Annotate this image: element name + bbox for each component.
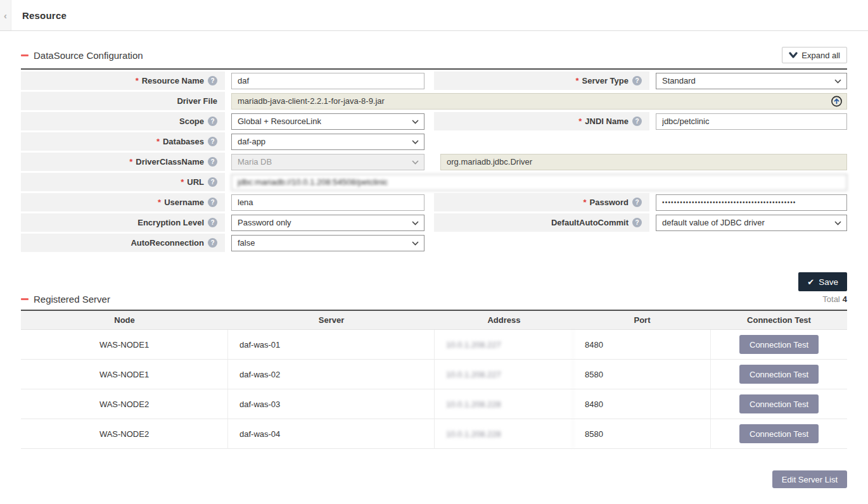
defaultautocommit-field-cell: default value of JDBC driver [649,213,847,232]
datasource-section-title: DataSource Configuration [34,50,143,61]
address-cell: 10.0.1.208.228 [435,389,573,419]
databases-select[interactable]: daf-app [231,134,424,150]
back-button[interactable]: ‹ [0,0,11,30]
driverclassname-label-cell: * DriverClassName ? [21,153,225,171]
datasource-form: * Resource Name ? * Server Type ? Standa… [21,70,847,252]
encryption-level-select[interactable]: Password only [231,215,424,231]
required-asterisk: * [136,76,139,85]
defaultautocommit-label-cell: DefaultAutoCommit ? [434,213,649,232]
help-icon[interactable]: ? [208,137,217,146]
defaultautocommit-select[interactable]: default value of JDBC driver [656,215,847,231]
scope-label-cell: Scope ? [21,112,225,130]
form-row: * Username ? * Password ? [21,193,847,211]
col-header-server: Server [228,311,435,329]
server-cell: daf-was-03 [228,389,435,419]
registered-server-section: Registered Server Total4 Node Server Add… [21,294,847,488]
table-row: WAS-NODE2 daf-was-04 10.0.1.208.228 8580… [21,419,847,449]
section-dash-icon [21,298,29,300]
edit-server-list-button[interactable]: Edit Server List [772,470,847,488]
server-type-label: Server Type [582,76,629,85]
encryption-level-field-cell: Password only [225,213,434,232]
registered-server-header: Registered Server Total4 [21,294,847,311]
upload-icon[interactable] [831,95,843,107]
help-icon[interactable]: ? [632,198,642,207]
help-icon[interactable]: ? [208,198,217,207]
password-label-cell: * Password ? [434,193,649,211]
server-type-field-cell: Standard [649,72,847,90]
url-label: URL [187,177,204,187]
driverclassname-value-cell: org.mariadb.jdbc.Driver [434,153,847,171]
node-cell: WAS-NODE1 [21,330,228,359]
port-cell: 8480 [573,330,711,359]
autoreconnection-select[interactable]: false [231,235,424,251]
col-header-node: Node [21,311,228,329]
server-table: Node Server Address Port Connection Test… [21,311,847,449]
node-cell: WAS-NODE2 [21,419,228,448]
databases-label: Databases [163,137,204,146]
autoreconnection-label-cell: AutoReconnection ? [21,234,225,252]
jndi-name-field-cell [649,112,847,130]
scope-select[interactable]: Global + ResourceLink [231,113,424,130]
connection-test-button[interactable]: Connection Test [739,394,819,413]
col-header-connection-test: Connection Test [711,311,847,329]
form-row: * Databases ? daf-app [21,132,847,151]
help-icon[interactable]: ? [208,238,217,248]
resource-name-input[interactable] [231,73,424,89]
resource-name-label-cell: * Resource Name ? [21,72,225,90]
url-field-cell [225,173,847,191]
driverclassname-select: Maria DB [231,154,424,170]
help-icon[interactable]: ? [632,76,642,85]
connection-test-button[interactable]: Connection Test [739,424,819,443]
port-cell: 8580 [573,419,711,448]
chevron-down-icon [412,221,419,225]
datasource-configuration-section: DataSource Configuration Expand all * Re… [21,47,847,291]
section-dash-icon [21,54,29,56]
save-row: ✔ Save [21,272,847,291]
resource-name-field-cell [225,72,434,90]
url-input[interactable] [231,174,847,191]
form-row: AutoReconnection ? false [21,234,847,252]
save-button[interactable]: ✔ Save [798,272,847,291]
total-count: Total4 [822,294,847,304]
encryption-level-label-cell: Encryption Level ? [21,213,225,232]
chevron-down-icon [834,221,841,225]
server-cell: daf-was-01 [228,330,435,359]
form-row: * DriverClassName ? Maria DB org.mariadb… [21,153,847,171]
encryption-level-label: Encryption Level [137,218,204,227]
databases-field-cell: daf-app [225,132,434,151]
help-icon[interactable]: ? [208,157,217,167]
username-input[interactable] [231,194,424,211]
port-cell: 8580 [573,360,711,389]
username-label-cell: * Username ? [21,193,225,211]
expand-all-button[interactable]: Expand all [782,47,847,63]
jndi-name-input[interactable] [656,113,847,130]
chevron-down-bold-icon [789,52,798,58]
port-cell: 8480 [573,389,711,419]
node-cell: WAS-NODE1 [21,360,228,389]
table-row: WAS-NODE2 daf-was-03 10.0.1.208.228 8480… [21,389,847,419]
help-icon[interactable]: ? [208,76,217,85]
form-row: * Resource Name ? * Server Type ? Standa… [21,72,847,90]
connection-test-button[interactable]: Connection Test [739,335,819,354]
server-type-select[interactable]: Standard [656,73,847,89]
connection-test-button[interactable]: Connection Test [739,365,819,384]
chevron-down-icon [412,160,419,165]
help-icon[interactable]: ? [632,117,642,126]
connection-test-cell: Connection Test [711,419,847,448]
driver-file-label: Driver File [177,96,217,106]
required-asterisk: * [156,137,160,146]
username-field-cell [225,193,434,211]
help-icon[interactable]: ? [208,218,217,227]
expand-all-label: Expand all [801,51,840,60]
resource-name-label: Resource Name [142,76,204,85]
defaultautocommit-label: DefaultAutoCommit [551,218,629,227]
driver-file-field-cell: mariadb-java-client-2.2.1-for-java-8-9.j… [225,92,847,110]
scope-label: Scope [179,117,204,126]
node-cell: WAS-NODE2 [21,389,228,419]
password-field-cell [649,193,847,211]
help-icon[interactable]: ? [632,218,642,227]
datasource-section-header: DataSource Configuration Expand all [21,47,847,70]
password-input[interactable] [656,194,847,211]
help-icon[interactable]: ? [208,177,217,187]
help-icon[interactable]: ? [208,117,217,126]
